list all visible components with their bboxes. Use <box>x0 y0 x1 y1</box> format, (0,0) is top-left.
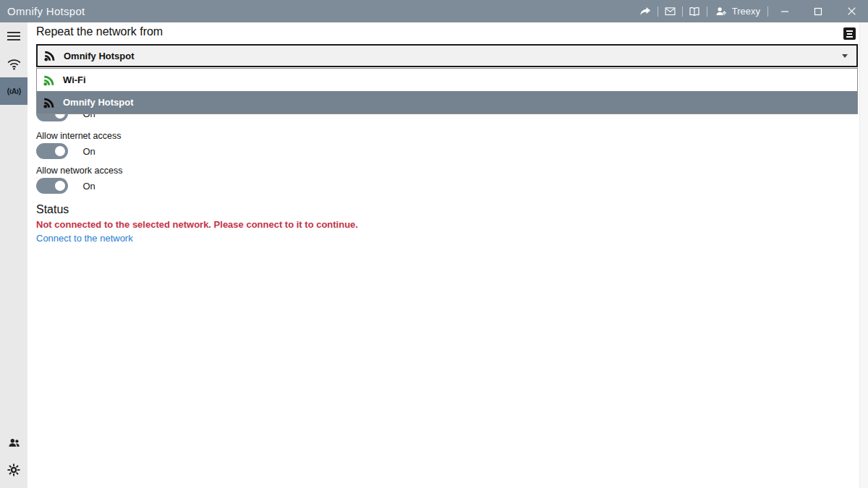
network-list-button[interactable] <box>843 27 856 40</box>
svg-text:A: A <box>11 87 17 95</box>
allow-network-access-label: Allow network access <box>36 166 123 176</box>
maximize-button[interactable] <box>801 0 835 22</box>
sidebar-item-clients[interactable] <box>0 429 27 456</box>
help-button[interactable] <box>683 0 707 22</box>
menu-button[interactable] <box>0 22 27 50</box>
dropdown-item-omnify-hotspot[interactable]: Omnify Hotspot <box>37 91 857 114</box>
toggle-knob <box>55 181 65 191</box>
account-button[interactable]: Treexy <box>707 0 767 22</box>
people-icon <box>7 436 21 450</box>
network-source-dropdown: Wi-Fi Omnify Hotspot <box>36 68 858 114</box>
page-title: Repeat the network from <box>36 25 163 38</box>
allow-network-access-toggle[interactable] <box>36 178 68 194</box>
wireless-signal-icon <box>43 49 56 62</box>
share-button[interactable] <box>634 0 658 22</box>
status-heading: Status <box>36 203 69 216</box>
sidebar: A <box>0 22 27 488</box>
sidebar-item-wifi[interactable] <box>0 50 27 77</box>
wifi-icon <box>7 56 22 72</box>
wireless-signal-icon <box>43 74 56 87</box>
toggle-knob <box>55 146 65 156</box>
status-error-message: Not connected to the selected network. P… <box>36 219 358 230</box>
titlebar-actions: Treexy <box>634 0 868 22</box>
allow-internet-access-toggle[interactable] <box>36 143 68 159</box>
gear-icon <box>7 463 21 477</box>
toggle-state: On <box>82 146 95 157</box>
combobox-value: Omnify Hotspot <box>64 51 135 61</box>
connect-to-network-link[interactable]: Connect to the network <box>36 233 133 244</box>
account-name: Treexy <box>732 6 760 17</box>
toggle-row-network: On <box>36 178 95 194</box>
close-button[interactable] <box>835 0 868 22</box>
minimize-button[interactable] <box>768 0 801 22</box>
dropdown-item-label: Wi-Fi <box>63 74 86 85</box>
app-window: Omnify Hotspot <box>0 0 868 488</box>
network-source-combobox[interactable]: Omnify Hotspot <box>36 44 858 67</box>
toggle-state: On <box>82 181 95 192</box>
maximize-icon <box>814 7 822 16</box>
share-icon <box>639 5 652 18</box>
book-icon <box>688 5 701 18</box>
chevron-down-icon <box>842 54 848 58</box>
dropdown-item-wifi[interactable]: Wi-Fi <box>37 69 857 91</box>
allow-internet-access-label: Allow internet access <box>36 131 121 141</box>
user-settings-icon <box>715 5 728 18</box>
sidebar-item-hotspot[interactable]: A <box>0 77 27 105</box>
feedback-button[interactable] <box>658 0 682 22</box>
minimize-icon <box>780 7 789 16</box>
wireless-signal-icon <box>43 96 56 109</box>
main-content: Repeat the network from Omnify Hotspot O… <box>27 22 868 488</box>
mail-icon <box>664 5 676 17</box>
toggle-row-internet: On <box>36 143 95 159</box>
hamburger-icon <box>7 30 20 43</box>
scrollbar-track <box>859 22 868 488</box>
close-icon <box>847 7 856 16</box>
sidebar-bottom <box>0 429 27 484</box>
window-title: Omnify Hotspot <box>7 0 85 22</box>
sidebar-item-settings[interactable] <box>0 456 27 484</box>
dropdown-item-label: Omnify Hotspot <box>63 97 134 108</box>
hotspot-antenna-icon: A <box>7 84 22 99</box>
titlebar: Omnify Hotspot <box>0 0 868 22</box>
